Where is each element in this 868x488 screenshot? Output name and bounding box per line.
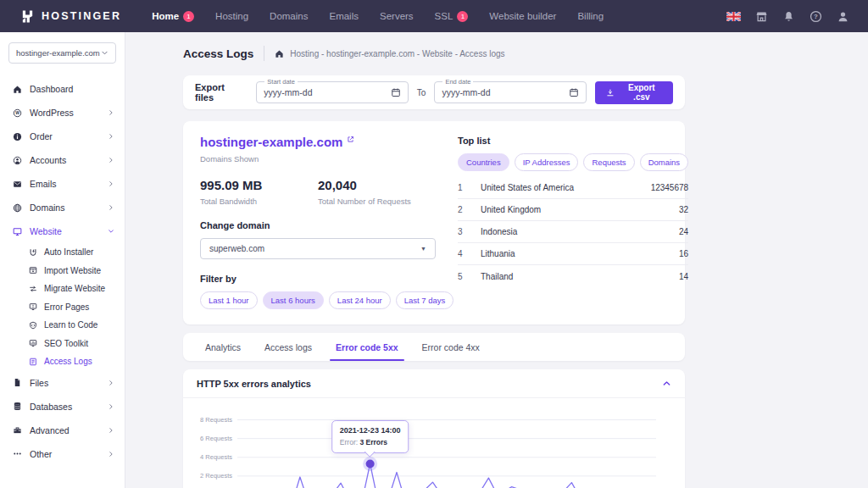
errors-analytics-card: HTTP 5xx errors analytics 0 Requests2 Re… bbox=[183, 369, 685, 488]
change-domain-label: Change domain bbox=[200, 220, 436, 230]
stat: 20,040 Total Number of Requests bbox=[318, 178, 436, 206]
sidebar-item-label: Order bbox=[30, 131, 53, 141]
chevron-icon bbox=[108, 451, 114, 458]
change-domain-select[interactable]: superweb.com ▼ bbox=[200, 238, 436, 259]
stat-caption: Total Number of Requests bbox=[318, 197, 436, 206]
sidebar-item[interactable]: Emails bbox=[0, 172, 125, 196]
chevron-icon bbox=[108, 427, 114, 434]
filter-chip[interactable]: Last 1 hour bbox=[200, 291, 258, 309]
hostinger-brand[interactable]: HOSTINGER bbox=[20, 9, 121, 24]
sidebar-item-label: Other bbox=[30, 449, 52, 459]
sidebar-subitem-label: Access Logs bbox=[44, 357, 92, 366]
sidebar-item[interactable]: Files bbox=[0, 371, 125, 395]
export-csv-button[interactable]: Export .csv bbox=[595, 81, 673, 104]
sidebar-subitem[interactable]: SEO Toolkit bbox=[0, 335, 125, 353]
nav-item[interactable]: Home 1 bbox=[152, 11, 194, 22]
nav-item[interactable]: SSL 1 bbox=[435, 11, 469, 22]
filter-chip[interactable]: Last 24 hour bbox=[329, 291, 391, 309]
nav-item[interactable]: Website builder bbox=[489, 11, 556, 22]
change-domain-select-value: superweb.com bbox=[209, 244, 264, 253]
nav-item[interactable]: Emails bbox=[329, 11, 359, 22]
sidebar-item[interactable]: Databases bbox=[0, 395, 125, 419]
collapse-chevron-up-icon[interactable] bbox=[662, 379, 671, 388]
sidebar-bottom-menu: Files Databases Advanced Other bbox=[0, 371, 125, 466]
sidebar-subitem-icon bbox=[29, 358, 37, 366]
chevron-icon bbox=[108, 228, 114, 235]
stat-caption: Total Bandwidth bbox=[200, 197, 318, 206]
nav-item[interactable]: Hosting bbox=[215, 11, 248, 22]
sidebar-subitem-label: Learn to Code bbox=[44, 320, 97, 330]
tab-label: Error code 5xx bbox=[336, 342, 398, 352]
calendar-icon[interactable] bbox=[391, 87, 401, 97]
nav-item[interactable]: Servers bbox=[380, 11, 414, 22]
chevron-icon bbox=[108, 380, 114, 386]
tab[interactable]: Error code 5xx bbox=[324, 333, 410, 361]
sidebar-item-label: Advanced bbox=[30, 425, 70, 435]
breadcrumb: Hosting - hostinger-example.com - Websit… bbox=[275, 49, 504, 58]
notifications-bell-icon[interactable] bbox=[782, 10, 795, 23]
calendar-icon[interactable] bbox=[569, 87, 579, 97]
top-list-tab[interactable]: Requests bbox=[583, 153, 634, 171]
chevron-icon bbox=[108, 109, 114, 116]
sidebar-subitem[interactable]: Import Website bbox=[0, 262, 125, 280]
sidebar-item[interactable]: Other bbox=[0, 442, 125, 466]
sidebar-subitem[interactable]: Auto Installer bbox=[0, 243, 125, 262]
nav-item[interactable]: Domains bbox=[270, 11, 308, 22]
sidebar-item[interactable]: Website bbox=[0, 219, 125, 243]
sidebar-domain-select[interactable]: hostinger-example.com bbox=[8, 42, 116, 64]
sidebar-item-label: Files bbox=[30, 378, 48, 388]
errors-line-chart[interactable]: 0 Requests2 Requests4 Requests6 Requests… bbox=[195, 407, 670, 488]
top-list-panel: Top list CountriesIP AddressesRequestsDo… bbox=[458, 135, 688, 309]
sidebar-subitem[interactable]: Error Pages bbox=[0, 298, 125, 317]
tab-label: Error code 4xx bbox=[422, 342, 480, 352]
sidebar-item[interactable]: Domains bbox=[0, 196, 125, 219]
filter-chip[interactable]: Last 6 hours bbox=[263, 291, 324, 309]
sidebar-subitem[interactable]: Migrate Website bbox=[0, 280, 125, 298]
store-icon[interactable] bbox=[755, 10, 768, 23]
export-label: Export files bbox=[195, 82, 241, 103]
tab[interactable]: Access logs bbox=[253, 333, 324, 361]
help-icon[interactable] bbox=[810, 10, 822, 23]
sidebar-item[interactable]: Accounts bbox=[0, 148, 125, 172]
chevron-icon bbox=[108, 180, 114, 187]
top-list-tab[interactable]: Domains bbox=[640, 153, 689, 171]
sidebar-item[interactable]: Order bbox=[0, 125, 125, 148]
nav-item[interactable]: Billing bbox=[577, 11, 604, 22]
sidebar-subitem[interactable]: Access Logs bbox=[0, 352, 125, 371]
domain-overview-left: hostinger-example.com Domains Shown 995.… bbox=[200, 135, 436, 309]
sidebar-domain-select-value: hostinger-example.com bbox=[16, 48, 100, 58]
sidebar-item[interactable]: Advanced bbox=[0, 419, 125, 442]
filter-chip[interactable]: Last 7 days bbox=[396, 291, 454, 309]
top-list-rows: 1 United States of America 12345678 2 Un… bbox=[458, 177, 688, 287]
sidebar-subitem-icon bbox=[29, 302, 37, 311]
tab[interactable]: Error code 4xx bbox=[410, 333, 492, 361]
page-header: Access Logs Hosting - hostinger-example.… bbox=[183, 46, 868, 61]
top-list-title: Top list bbox=[458, 136, 688, 146]
tab[interactable]: Analytics bbox=[193, 333, 253, 361]
sidebar-subitem-label: Import Website bbox=[44, 266, 101, 275]
start-date-input[interactable] bbox=[264, 87, 390, 97]
nav-item-label: Hosting bbox=[215, 11, 248, 21]
sidebar-item[interactable]: Dashboard bbox=[0, 77, 125, 101]
sidebar-item-label: Website bbox=[30, 226, 62, 236]
domain-link[interactable]: hostinger-example.com bbox=[200, 135, 436, 149]
main-content: Access Logs Hosting - hostinger-example.… bbox=[125, 32, 868, 488]
row-rank: 4 bbox=[458, 249, 481, 258]
row-name: Thailand bbox=[481, 272, 679, 281]
to-label: To bbox=[417, 88, 426, 97]
sidebar-subitem[interactable]: Learn to Code bbox=[0, 316, 125, 335]
sidebar-item-icon bbox=[13, 425, 22, 435]
top-list-tab[interactable]: IP Addresses bbox=[515, 153, 579, 171]
nav-item-label: Home bbox=[152, 11, 179, 21]
account-person-icon[interactable] bbox=[837, 10, 849, 23]
uk-flag-icon[interactable] bbox=[726, 12, 741, 21]
end-date-input[interactable] bbox=[442, 87, 568, 97]
sidebar-item-icon bbox=[13, 132, 22, 141]
export-csv-button-label: Export .csv bbox=[621, 83, 662, 102]
top-list-tab[interactable]: Countries bbox=[458, 153, 509, 171]
sidebar-subitem-icon bbox=[29, 266, 37, 274]
sidebar-item[interactable]: WordPress bbox=[0, 101, 125, 125]
top-list-row: 3 Indonesia 24 bbox=[458, 221, 688, 243]
row-name: United Kingdom bbox=[481, 205, 679, 214]
caret-down-icon: ▼ bbox=[420, 246, 426, 252]
